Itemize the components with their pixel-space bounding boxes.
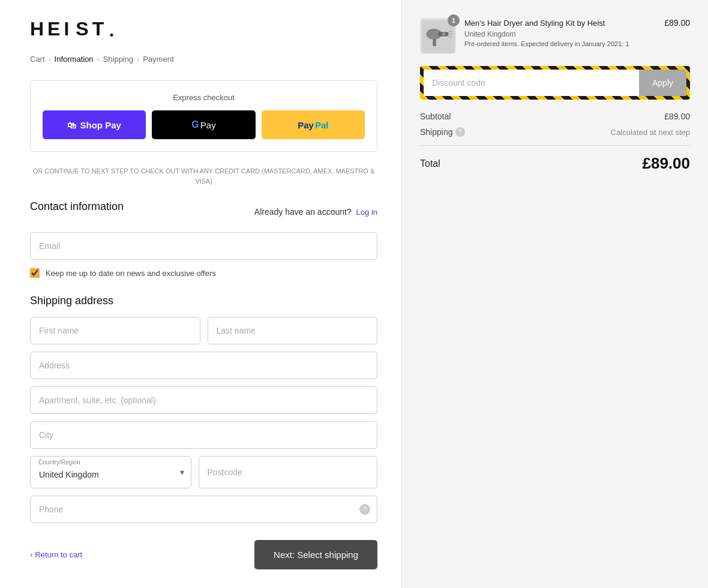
svg-rect-3 xyxy=(433,38,436,46)
product-image-wrap: 1 xyxy=(420,18,456,54)
login-link[interactable]: Log in xyxy=(356,208,377,217)
country-postcode-row: Country/Region United Kingdom ▾ xyxy=(30,456,377,488)
breadcrumb-shipping[interactable]: Shipping xyxy=(103,55,134,64)
next-shipping-button[interactable]: Next: Select shipping xyxy=(254,540,377,569)
total-amount: £89.00 xyxy=(642,154,690,173)
shipping-section: Shipping address Country/Region United K… xyxy=(30,295,377,523)
discount-stripe-border: Apply xyxy=(420,66,690,100)
phone-help-icon[interactable]: ? xyxy=(359,504,370,515)
express-buttons: 🛍 Shop Pay G Pay PayPal xyxy=(43,110,365,139)
shop-pay-bag-icon: 🛍 xyxy=(67,120,76,130)
discount-section: Apply xyxy=(420,66,690,100)
country-select-wrapper: Country/Region United Kingdom ▾ xyxy=(30,456,191,488)
shipping-line: Shipping ? Calculated at next step xyxy=(420,127,690,137)
shop-pay-button[interactable]: 🛍 Shop Pay xyxy=(43,110,146,139)
express-checkout-section: Express checkout 🛍 Shop Pay G Pay xyxy=(30,80,377,152)
last-name-field[interactable] xyxy=(208,317,378,344)
form-footer: ‹ Return to cart Next: Select shipping xyxy=(30,540,377,569)
return-to-cart-link[interactable]: ‹ Return to cart xyxy=(30,550,82,559)
express-checkout-title: Express checkout xyxy=(43,93,365,102)
right-panel: 1 Men's Hair Dryer and Styling Kit by He… xyxy=(402,0,708,588)
total-label: Total xyxy=(420,158,440,169)
contact-title: Contact information xyxy=(30,200,124,213)
chevron-left-icon: ‹ xyxy=(30,550,32,559)
return-link-text: Return to cart xyxy=(35,550,82,559)
email-field[interactable] xyxy=(30,232,377,260)
newsletter-checkbox[interactable] xyxy=(30,268,40,278)
address-field[interactable] xyxy=(30,352,377,379)
google-pay-button[interactable]: G Pay xyxy=(152,110,255,139)
breadcrumb-sep-2: › xyxy=(97,55,100,64)
gpay-label: Pay xyxy=(200,120,216,130)
or-continue-text: OR CONTINUE TO NEXT STEP TO CHECK OUT WI… xyxy=(30,166,377,186)
phone-row: ? xyxy=(30,496,377,523)
already-account-text: Already have an account? Log in xyxy=(254,207,377,217)
subtotal-label: Subtotal xyxy=(420,112,451,121)
product-name: Men's Hair Dryer and Styling Kit by Heis… xyxy=(464,18,656,29)
svg-point-4 xyxy=(442,32,445,36)
paypal-button[interactable]: PayPal xyxy=(262,110,365,139)
contact-section: Contact information Already have an acco… xyxy=(30,200,377,278)
first-name-field[interactable] xyxy=(30,317,200,344)
subtotal-value: £89.00 xyxy=(664,112,690,121)
breadcrumb-information: Information xyxy=(55,55,94,64)
apply-discount-button[interactable]: Apply xyxy=(639,70,686,96)
country-select[interactable]: United Kingdom xyxy=(30,456,191,488)
shipping-label: Shipping xyxy=(420,127,453,137)
discount-inner: Apply xyxy=(424,70,686,96)
product-variant: United Kingdom xyxy=(464,30,656,38)
shipping-help-icon[interactable]: ? xyxy=(455,127,465,137)
summary-divider xyxy=(420,145,690,146)
newsletter-label: Keep me up to date on news and exclusive… xyxy=(46,269,216,278)
product-info: Men's Hair Dryer and Styling Kit by Heis… xyxy=(464,18,656,47)
subtotal-line: Subtotal £89.00 xyxy=(420,112,690,121)
product-item: 1 Men's Hair Dryer and Styling Kit by He… xyxy=(420,18,690,54)
shipping-value: Calculated at next step xyxy=(611,128,690,137)
shop-pay-label: Shop Pay xyxy=(80,120,121,130)
total-line: Total £89.00 xyxy=(420,154,690,173)
postcode-field[interactable] xyxy=(199,456,378,488)
logo-text: HEIST xyxy=(30,18,107,40)
order-summary: Subtotal £89.00 Shipping ? Calculated at… xyxy=(420,112,690,173)
product-quantity-badge: 1 xyxy=(448,14,460,26)
address-row xyxy=(30,352,377,379)
product-price: £89.00 xyxy=(664,18,690,28)
breadcrumb: Cart › Information › Shipping › Payment xyxy=(30,55,377,64)
logo: HEIST xyxy=(30,18,377,55)
discount-code-input[interactable] xyxy=(424,70,639,96)
email-row xyxy=(30,232,377,260)
breadcrumb-sep-1: › xyxy=(49,55,51,64)
city-field[interactable] xyxy=(30,421,377,449)
name-row xyxy=(30,317,377,344)
product-note: Pre-ordered items. Expected delivery in … xyxy=(464,40,656,47)
apt-field[interactable] xyxy=(30,386,377,414)
apt-row xyxy=(30,386,377,414)
left-panel: HEIST Cart › Information › Shipping › Pa… xyxy=(0,0,402,588)
city-row xyxy=(30,421,377,449)
newsletter-row: Keep me up to date on news and exclusive… xyxy=(30,268,377,278)
breadcrumb-payment[interactable]: Payment xyxy=(143,55,173,64)
breadcrumb-cart[interactable]: Cart xyxy=(30,55,45,64)
phone-field[interactable] xyxy=(30,496,377,523)
shipping-title: Shipping address xyxy=(30,295,377,307)
breadcrumb-sep-3: › xyxy=(137,55,139,64)
